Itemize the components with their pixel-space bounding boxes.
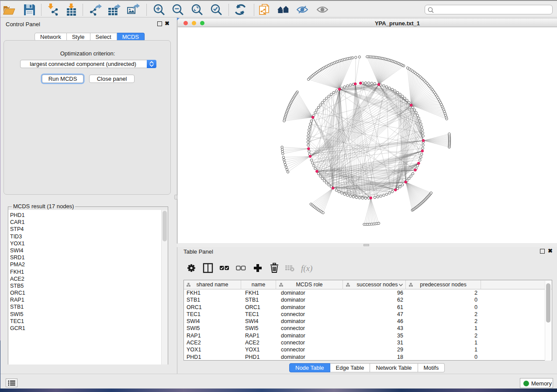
svg-text:f(x): f(x) bbox=[301, 264, 312, 273]
